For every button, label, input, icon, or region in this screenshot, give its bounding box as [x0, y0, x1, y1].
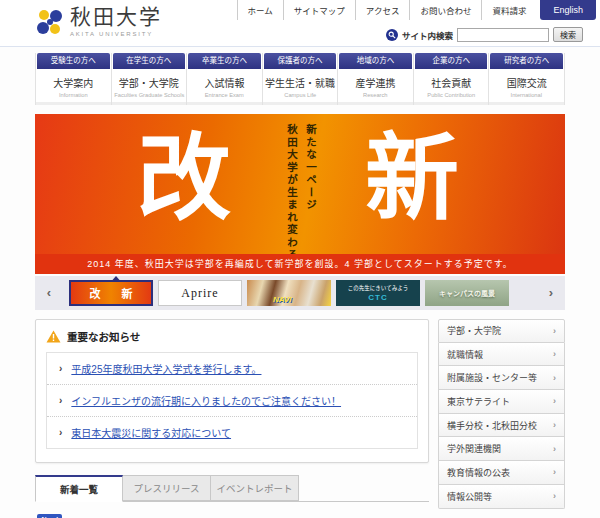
hero-vertical-tagline: 新たな一ページ 秋田大学が生まれ変わる	[282, 124, 320, 269]
search-label: サイト内検索	[402, 29, 453, 41]
carousel-thumb-campus[interactable]: キャンパスの風景	[425, 280, 509, 306]
chevron-right-icon: ›	[553, 444, 556, 454]
nav-tab-business[interactable]: 企業の方へ	[415, 53, 488, 69]
chevron-right-icon: ›	[553, 420, 556, 430]
utility-nav-sitemap[interactable]: サイトマップ	[283, 0, 355, 20]
nav-item-international[interactable]: 国際交流 International	[489, 69, 564, 105]
sidebar-item-education-info[interactable]: 教育情報の公表 ›	[438, 461, 565, 485]
tab-new-arrivals[interactable]: 新着一覧	[35, 475, 123, 502]
logo-title: 秋田大学	[70, 7, 162, 28]
news-list: New! 平成24年度評価センターFD/SDシンポジウムを開催しました。 New…	[35, 502, 429, 518]
important-notices-panel: 重要なお知らせ › 平成25年度秋田大学入学式を挙行します。 › インフルエンザ…	[35, 319, 429, 463]
carousel-thumb-kaishin[interactable]: 改 新	[69, 280, 153, 306]
sidebar-item-faculties[interactable]: 学部・大学院 ›	[438, 319, 565, 343]
search-icon	[386, 29, 398, 41]
sidebar-item-facilities[interactable]: 附属施設・センター等 ›	[438, 366, 565, 390]
carousel-prev-button[interactable]: ‹	[41, 276, 57, 310]
chevron-right-icon: ›	[59, 363, 62, 374]
chevron-right-icon: ›	[553, 326, 556, 336]
chevron-right-icon: ›	[553, 467, 556, 477]
site-header: 秋田大学 AKITA UNIVERSITY ホーム サイトマップ アクセス お問…	[0, 0, 600, 47]
chevron-right-icon: ›	[553, 373, 556, 383]
nav-tab-parents[interactable]: 保護者の方へ	[264, 53, 337, 69]
utility-nav-contact[interactable]: お問い合わせ	[409, 0, 481, 20]
hero-banner[interactable]: 改 新 新たな一ページ 秋田大学が生まれ変わる 2014 年度、秋田大学は学部を…	[35, 114, 565, 274]
nav-col-parents: 保護者の方へ 学生生活・就職 Campus Life	[263, 53, 339, 105]
nav-col-community: 地域の方へ 産学連携 Research	[338, 53, 414, 105]
nav-item-entrance-exam[interactable]: 入試情報 Entrance Exam	[187, 69, 262, 105]
chevron-right-icon: ›	[553, 491, 556, 501]
nav-tab-alumni[interactable]: 卒業生の方へ	[188, 53, 261, 69]
notice-link-influenza[interactable]: インフルエンザの流行期に入りましたのでご注意ください！	[71, 393, 341, 408]
carousel-next-button[interactable]: ›	[543, 276, 559, 310]
nav-tab-researchers[interactable]: 研究者の方へ	[490, 53, 563, 69]
notices-title: 重要なお知らせ	[67, 329, 140, 344]
hero-character-kai: 改	[137, 132, 231, 226]
new-badge: New!	[37, 514, 62, 518]
nav-tab-community[interactable]: 地域の方へ	[339, 53, 412, 69]
english-button[interactable]: English	[540, 0, 596, 20]
utility-nav-materials[interactable]: 資料請求	[481, 0, 536, 20]
utility-nav: ホーム サイトマップ アクセス お問い合わせ 資料請求 English	[237, 0, 596, 20]
main-navigation: 受験生の方へ 大学案内 Information 在学生の方へ 学部・大学院 Fa…	[35, 53, 565, 105]
news-tabs: 新着一覧 プレスリリース イベントレポート	[35, 475, 429, 502]
search-button[interactable]: 検索	[553, 27, 583, 42]
notice-link-entrance-ceremony[interactable]: 平成25年度秋田大学入学式を挙行します。	[71, 361, 261, 376]
sidebar-item-info-disclosure[interactable]: 情報公開等 ›	[438, 485, 565, 509]
chevron-right-icon: ›	[553, 396, 556, 406]
chevron-right-icon: ›	[553, 349, 556, 359]
chevron-right-icon: ›	[59, 427, 62, 438]
nav-item-faculties[interactable]: 学部・大学院 Faculties Graduate Schools	[112, 69, 187, 105]
utility-nav-home[interactable]: ホーム	[237, 0, 283, 20]
notice-row: › インフルエンザの流行期に入りましたのでご注意ください！	[47, 385, 417, 417]
nav-col-students: 在学生の方へ 学部・大学院 Faculties Graduate Schools	[112, 53, 188, 105]
nav-item-campus-life[interactable]: 学生生活・就職 Campus Life	[263, 69, 338, 105]
sidebar-item-branch-schools[interactable]: 横手分校・北秋田分校 ›	[438, 414, 565, 438]
nav-item-university-guide[interactable]: 大学案内 Information	[36, 69, 111, 105]
nav-col-alumni: 卒業生の方へ 入試情報 Entrance Exam	[187, 53, 263, 105]
nav-col-researchers: 研究者の方へ 国際交流 International	[489, 53, 565, 105]
hero-character-shin: 新	[365, 132, 459, 226]
sidebar-item-employment[interactable]: 就職情報 ›	[438, 343, 565, 367]
carousel-thumb-aprire[interactable]: Aprire	[158, 280, 242, 306]
site-search-input[interactable]	[457, 28, 549, 42]
warning-icon	[46, 330, 61, 343]
notice-link-earthquake[interactable]: 東日本大震災に関する対応について	[71, 425, 231, 440]
nav-item-research[interactable]: 産学連携 Research	[338, 69, 413, 105]
sidebar-item-tokyo-satellite[interactable]: 東京サテライト ›	[438, 390, 565, 414]
chevron-right-icon: ›	[59, 395, 62, 406]
nav-col-admissions: 受験生の方へ 大学案内 Information	[36, 53, 112, 105]
nav-tab-current[interactable]: 在学生の方へ	[113, 53, 186, 69]
sidebar-item-external-orgs[interactable]: 学外関連機関 ›	[438, 437, 565, 461]
tab-event-reports[interactable]: イベントレポート	[211, 475, 299, 501]
notice-row: › 東日本大震災に関する対応について	[47, 417, 417, 448]
utility-nav-access[interactable]: アクセス	[355, 0, 410, 20]
university-logo[interactable]: 秋田大学 AKITA UNIVERSITY	[35, 7, 162, 37]
notice-row: › 平成25年度秋田大学入学式を挙行します。	[47, 353, 417, 385]
carousel-thumb-navi[interactable]: NAVI	[247, 280, 331, 306]
nav-col-business: 企業の方へ 社会貢献 Public Contribution	[414, 53, 490, 105]
site-search: サイト内検索 検索	[386, 27, 583, 42]
quick-links-sidebar: 学部・大学院 › 就職情報 › 附属施設・センター等 › 東京サテライト › 横…	[438, 319, 565, 518]
carousel-thumb-ctc[interactable]: この先生にきいてみよう CTC	[336, 280, 420, 306]
tab-press-releases[interactable]: プレスリリース	[123, 475, 211, 501]
university-logo-icon	[35, 7, 65, 37]
hero-caption: 2014 年度、秋田大学は学部を再編成して新学部を創設。4 学部としてスタートす…	[35, 254, 565, 274]
logo-subtitle: AKITA UNIVERSITY	[70, 31, 162, 37]
nav-item-contribution[interactable]: 社会貢献 Public Contribution	[414, 69, 489, 105]
news-row: New! 平成24年度評価センターFD/SDシンポジウムを開催しました。	[35, 506, 429, 518]
nav-tab-prospective[interactable]: 受験生の方へ	[37, 53, 110, 69]
banner-carousel: ‹ 改 新 Aprire NAVI この先生にきいてみよう CTC キャンパスの…	[35, 276, 565, 310]
